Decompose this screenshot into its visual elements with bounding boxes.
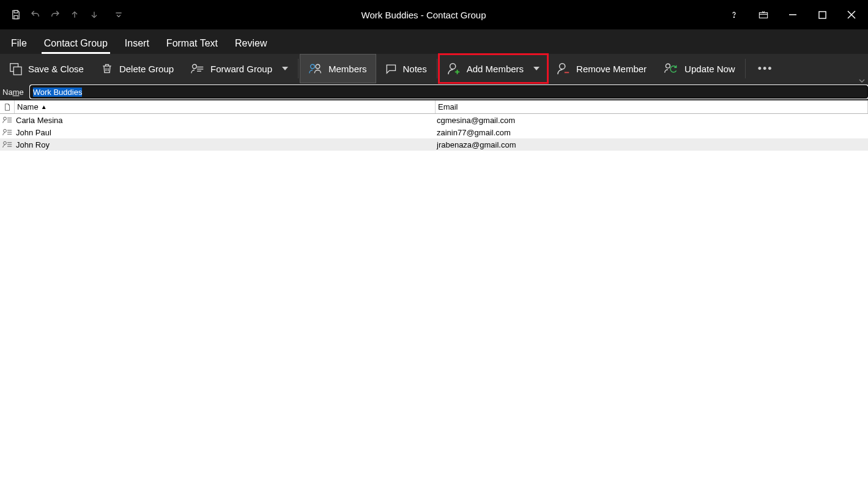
svg-rect-11 [13,67,21,75]
svg-rect-1 [14,16,18,19]
svg-rect-7 [818,11,825,18]
member-name: John Paul [15,128,436,137]
save-icon[interactable] [7,6,24,23]
minimize-button[interactable] [779,0,807,29]
remove-member-label: Remove Member [576,64,647,74]
attachment-column-icon[interactable] [0,100,15,113]
svg-point-34 [4,141,7,145]
svg-point-18 [311,64,315,69]
tab-insert[interactable]: Insert [122,33,152,54]
svg-point-25 [666,64,670,68]
ellipsis-icon: ••• [758,62,773,75]
members-list-header: Name ▲ Email [0,100,868,114]
window-title: Work Buddies - Contact Group [127,10,720,20]
member-name: John Roy [15,140,436,149]
maximize-button[interactable] [808,0,836,29]
svg-rect-0 [14,10,18,13]
name-field-bar: Name [0,83,868,100]
contact-icon [0,128,15,137]
restore-window-icon[interactable] [749,0,777,29]
member-email: zainin77@gmail.com [436,128,868,137]
svg-point-30 [4,129,7,132]
svg-point-23 [560,64,565,69]
up-arrow-icon[interactable] [66,6,83,23]
members-label: Members [328,64,367,74]
svg-point-19 [316,64,320,69]
notes-icon [385,63,397,74]
name-field-label: Name [2,88,24,97]
contact-icon [0,116,15,124]
ribbon-separator [745,59,746,78]
sort-ascending-icon: ▲ [41,103,47,110]
undo-icon[interactable] [27,6,44,23]
forward-group-label: Forward Group [210,64,272,74]
members-list: Carla Mesinacgmesina@gmail.comJohn Paulz… [0,114,868,151]
redo-icon[interactable] [46,6,64,23]
svg-point-3 [733,17,734,17]
forward-group-button[interactable]: Forward Group [182,54,297,83]
add-members-label: Add Members [467,64,524,74]
group-name-input[interactable] [30,85,868,99]
quick-access-toolbar [0,6,127,23]
chevron-down-icon [533,67,540,70]
update-now-button[interactable]: Update Now [655,54,744,83]
update-icon [664,62,678,75]
add-members-icon [447,62,461,75]
member-email: jrabenaza@gmail.com [436,140,868,149]
members-icon [309,62,322,75]
notes-label: Notes [403,64,427,74]
notes-button[interactable]: Notes [376,54,436,83]
save-close-icon [9,62,22,75]
window-controls [720,0,868,29]
contact-icon [0,140,15,149]
trash-icon [101,62,113,75]
collapse-ribbon-icon[interactable] [858,77,866,85]
remove-member-button[interactable]: Remove Member [548,54,655,83]
table-row[interactable]: John Royjrabenaza@gmail.com [0,138,868,151]
svg-rect-4 [759,13,767,18]
tab-file[interactable]: File [9,33,29,54]
close-button[interactable] [837,0,866,29]
member-email: cgmesina@gmail.com [436,116,868,125]
tab-review[interactable]: Review [232,33,269,54]
add-members-button[interactable]: Add Members [439,54,548,83]
ribbon: Save & Close Delete Group Forward Group … [0,54,868,83]
save-and-close-label: Save & Close [28,64,84,74]
column-header-name[interactable]: Name ▲ [15,100,436,113]
svg-point-26 [4,117,7,120]
remove-member-icon [557,62,570,75]
ribbon-separator [298,59,299,78]
svg-point-20 [450,64,455,69]
delete-group-button[interactable]: Delete Group [92,54,182,83]
tab-contact-group[interactable]: Contact Group [42,33,110,54]
members-button[interactable]: Members [300,54,376,83]
more-commands-button[interactable]: ••• [747,54,784,83]
forward-icon [191,62,204,75]
ribbon-tabs: File Contact Group Insert Format Text Re… [0,29,868,54]
chevron-down-icon [282,67,288,70]
update-now-label: Update Now [684,64,735,74]
ribbon-separator [437,59,437,78]
member-name: Carla Mesina [15,116,436,125]
table-row[interactable]: Carla Mesinacgmesina@gmail.com [0,114,868,126]
down-arrow-icon[interactable] [86,6,103,23]
customize-qat-icon[interactable] [110,6,127,23]
save-and-close-button[interactable]: Save & Close [0,54,92,83]
column-header-email[interactable]: Email [436,100,868,113]
tab-format-text[interactable]: Format Text [164,33,220,54]
svg-point-14 [193,64,197,69]
help-button[interactable] [720,0,748,29]
table-row[interactable]: John Paulzainin77@gmail.com [0,126,868,138]
delete-group-label: Delete Group [119,64,174,74]
title-bar: Work Buddies - Contact Group [0,0,868,29]
